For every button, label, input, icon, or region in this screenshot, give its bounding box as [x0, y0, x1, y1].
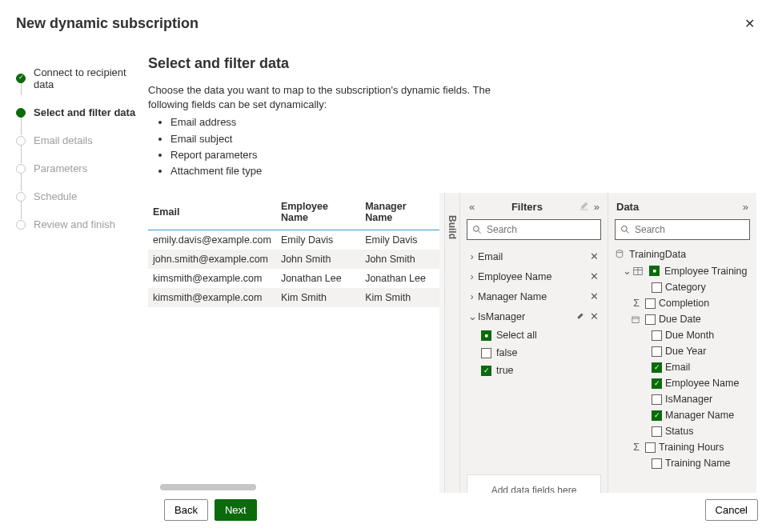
data-table-node[interactable]: ⌄ Employee Training	[615, 262, 750, 279]
remove-filter-icon[interactable]: ✕	[589, 250, 600, 262]
data-source-node[interactable]: TrainingData	[615, 246, 750, 262]
eraser-icon[interactable]	[575, 312, 584, 321]
bullet-item: Report parameters	[170, 148, 500, 162]
chevron-right-icon: ›	[468, 251, 475, 262]
filter-item-employee-name[interactable]: ›Employee Name ✕	[467, 266, 601, 286]
cancel-button[interactable]: Cancel	[705, 499, 758, 521]
filters-search-input[interactable]	[485, 223, 608, 236]
step-review[interactable]: Review and finish	[16, 210, 148, 238]
checkbox-unchecked-icon[interactable]	[652, 394, 662, 405]
field-email[interactable]: Email	[615, 359, 750, 375]
dialog-footer: Back Next Cancel	[0, 493, 774, 532]
checkbox-checked-icon[interactable]	[481, 366, 491, 376]
step-pending-icon	[16, 220, 26, 230]
checkbox-checked-icon[interactable]	[652, 378, 662, 389]
filter-item-ismanager[interactable]: ⌄IsManager ✕	[467, 306, 601, 326]
col-email[interactable]: Email	[148, 193, 276, 230]
step-done-icon	[16, 74, 26, 83]
col-manager[interactable]: Manager Name	[360, 193, 439, 230]
checkbox-mixed-icon[interactable]	[649, 266, 660, 276]
field-employee-name[interactable]: Employee Name	[615, 375, 750, 391]
filter-option-select-all[interactable]: Select all	[467, 326, 601, 344]
step-schedule[interactable]: Schedule	[16, 182, 148, 210]
field-training-hours[interactable]: Σ Training Hours	[615, 439, 750, 455]
field-completion[interactable]: Σ Completion	[615, 295, 750, 311]
expand-right-icon[interactable]: »	[594, 201, 600, 213]
checkbox-checked-icon[interactable]	[652, 410, 662, 421]
collapse-left-icon[interactable]: «	[468, 201, 475, 213]
chevron-down-icon: ⌄	[468, 310, 475, 322]
back-button[interactable]: Back	[164, 499, 208, 521]
expand-right-icon[interactable]: »	[743, 201, 748, 213]
checkbox-unchecked-icon[interactable]	[652, 346, 662, 357]
bullet-item: Attachment file type	[170, 164, 500, 178]
data-pane: Data » TrainingData ⌄	[608, 193, 756, 513]
chevron-down-icon: ⌄	[623, 265, 630, 277]
step-pending-icon	[16, 136, 26, 146]
step-pending-icon	[16, 164, 26, 174]
checkbox-unchecked-icon[interactable]	[652, 282, 662, 293]
sigma-icon: Σ	[631, 442, 642, 453]
step-select-filter[interactable]: Select and filter data	[16, 98, 148, 126]
filter-option-false[interactable]: false	[467, 344, 601, 362]
horizontal-scrollbar[interactable]	[160, 484, 440, 492]
preview-table-area: Email Employee Name Manager Name emily.d…	[148, 193, 444, 513]
remove-filter-icon[interactable]: ✕	[589, 270, 600, 282]
filter-item-email[interactable]: ›Email ✕	[467, 246, 601, 266]
table-row[interactable]: john.smith@example.com John Smith John S…	[148, 250, 439, 269]
filters-search[interactable]	[467, 219, 601, 240]
step-active-icon	[16, 108, 26, 118]
data-search-input[interactable]	[633, 223, 756, 236]
field-due-date[interactable]: Due Date	[615, 311, 750, 327]
dialog-header: New dynamic subscription ✕	[0, 0, 774, 47]
filters-title: Filters	[511, 201, 543, 213]
checkbox-checked-icon[interactable]	[652, 362, 662, 373]
svg-line-3	[627, 231, 629, 234]
field-ismanager[interactable]: IsManager	[615, 391, 750, 407]
checkbox-unchecked-icon[interactable]	[645, 298, 656, 309]
field-manager-name[interactable]: Manager Name	[615, 407, 750, 423]
filter-option-true[interactable]: true	[467, 362, 601, 379]
checkbox-unchecked-icon[interactable]	[652, 426, 662, 437]
preview-table: Email Employee Name Manager Name emily.d…	[148, 193, 439, 307]
remove-filter-icon[interactable]: ✕	[589, 310, 600, 322]
svg-rect-8	[632, 317, 639, 323]
next-button[interactable]: Next	[215, 499, 257, 521]
table-row[interactable]: kimsmith@example.com Kim Smith Kim Smith	[148, 288, 439, 307]
checkbox-unchecked-icon[interactable]	[645, 314, 656, 325]
step-pending-icon	[16, 192, 26, 202]
checkbox-unchecked-icon[interactable]	[652, 330, 662, 341]
step-parameters[interactable]: Parameters	[16, 154, 148, 182]
table-row[interactable]: emily.davis@example.com Emily Davis Emil…	[148, 230, 439, 250]
filter-item-manager-name[interactable]: ›Manager Name ✕	[467, 286, 601, 306]
checkbox-unchecked-icon[interactable]	[645, 442, 656, 453]
remove-filter-icon[interactable]: ✕	[589, 290, 600, 302]
table-row[interactable]: kimsmith@example.com Jonathan Lee Jonath…	[148, 269, 439, 288]
svg-point-0	[474, 226, 479, 232]
build-tab[interactable]: Build	[444, 193, 460, 513]
page-description: Choose the data you want to map to the s…	[148, 83, 500, 190]
field-training-name[interactable]: Training Name	[615, 455, 750, 471]
field-due-year[interactable]: Due Year	[615, 343, 750, 359]
sigma-icon: Σ	[631, 298, 642, 309]
checkbox-unchecked-icon[interactable]	[481, 348, 491, 358]
checkbox-mixed-icon[interactable]	[481, 330, 491, 341]
calendar-icon	[631, 315, 642, 324]
field-category[interactable]: Category	[615, 279, 750, 295]
eraser-icon[interactable]	[579, 201, 589, 213]
svg-point-4	[616, 250, 623, 253]
close-icon[interactable]: ✕	[741, 13, 758, 34]
filters-pane: « Filters » ›Email ✕	[460, 193, 608, 513]
field-status[interactable]: Status	[615, 423, 750, 439]
database-icon	[615, 250, 626, 259]
svg-line-1	[479, 231, 481, 234]
field-due-month[interactable]: Due Month	[615, 327, 750, 343]
page-title: Select and filter data	[148, 55, 758, 72]
step-email-details[interactable]: Email details	[16, 126, 148, 154]
step-connect-data[interactable]: Connect to recipient data	[16, 58, 148, 98]
search-icon	[620, 225, 630, 234]
col-employee[interactable]: Employee Name	[276, 193, 360, 230]
checkbox-unchecked-icon[interactable]	[652, 458, 662, 469]
data-search[interactable]	[615, 219, 750, 240]
svg-point-2	[622, 226, 628, 232]
